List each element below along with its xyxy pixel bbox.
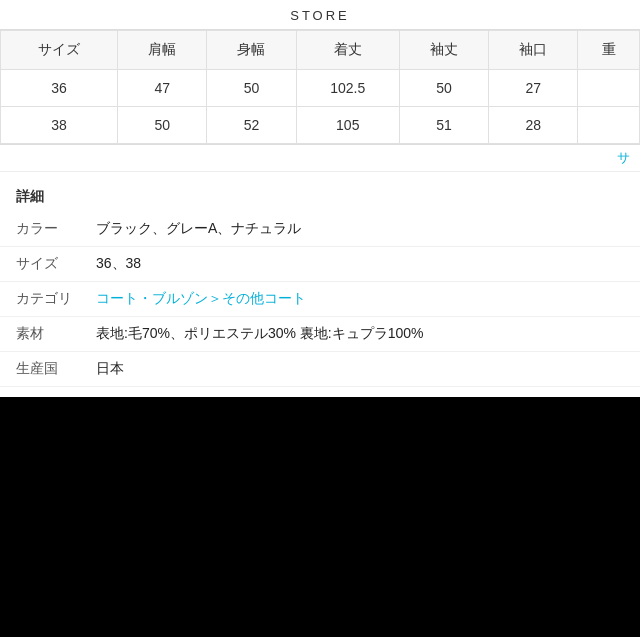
detail-row: 生産国日本 (0, 352, 640, 387)
detail-section-title: 詳細 (0, 182, 640, 212)
size-table-wrapper: サイズ肩幅身幅着丈袖丈袖口重 364750102.550273850521055… (0, 30, 640, 145)
detail-label: サイズ (16, 255, 96, 273)
detail-section: 詳細 カラーブラック、グレーA、ナチュラルサイズ36、38カテゴリコート・ブルゾ… (0, 172, 640, 387)
detail-label: 生産国 (16, 360, 96, 378)
detail-label: 素材 (16, 325, 96, 343)
table-header-cell: 袖丈 (399, 31, 488, 70)
table-cell: 102.5 (296, 70, 399, 107)
table-cell: 36 (1, 70, 118, 107)
table-header-cell: サイズ (1, 31, 118, 70)
table-cell: 50 (207, 70, 296, 107)
table-header-cell: 着丈 (296, 31, 399, 70)
detail-row: 素材表地:毛70%、ポリエステル30% 裏地:キュプラ100% (0, 317, 640, 352)
table-cell: 38 (1, 107, 118, 144)
size-table: サイズ肩幅身幅着丈袖丈袖口重 364750102.550273850521055… (0, 30, 640, 144)
detail-value: 表地:毛70%、ポリエステル30% 裏地:キュプラ100% (96, 325, 624, 343)
size-link[interactable]: サ (617, 150, 630, 165)
table-header-row: サイズ肩幅身幅着丈袖丈袖口重 (1, 31, 640, 70)
table-cell (578, 107, 640, 144)
store-header: STORE (0, 0, 640, 30)
table-cell: 50 (118, 107, 207, 144)
table-cell: 50 (399, 70, 488, 107)
table-cell: 47 (118, 70, 207, 107)
detail-label: カラー (16, 220, 96, 238)
detail-label: カテゴリ (16, 290, 96, 308)
detail-rows: カラーブラック、グレーA、ナチュラルサイズ36、38カテゴリコート・ブルゾン＞そ… (0, 212, 640, 387)
table-header-cell: 身幅 (207, 31, 296, 70)
table-cell: 51 (399, 107, 488, 144)
table-cell: 28 (489, 107, 578, 144)
table-row: 3850521055128 (1, 107, 640, 144)
size-link-row: サ (0, 145, 640, 172)
store-label: STORE (290, 8, 350, 23)
detail-row: カラーブラック、グレーA、ナチュラル (0, 212, 640, 247)
detail-row: カテゴリコート・ブルゾン＞その他コート (0, 282, 640, 317)
table-header-cell: 肩幅 (118, 31, 207, 70)
table-row: 364750102.55027 (1, 70, 640, 107)
table-cell: 27 (489, 70, 578, 107)
black-area (0, 397, 640, 637)
detail-value: 36、38 (96, 255, 624, 273)
table-header-cell: 重 (578, 31, 640, 70)
detail-value: 日本 (96, 360, 624, 378)
detail-value: コート・ブルゾン＞その他コート (96, 290, 624, 308)
table-cell (578, 70, 640, 107)
table-cell: 105 (296, 107, 399, 144)
table-body: 364750102.550273850521055128 (1, 70, 640, 144)
detail-row: サイズ36、38 (0, 247, 640, 282)
table-cell: 52 (207, 107, 296, 144)
detail-link[interactable]: コート・ブルゾン＞その他コート (96, 290, 306, 306)
table-header-cell: 袖口 (489, 31, 578, 70)
detail-value: ブラック、グレーA、ナチュラル (96, 220, 624, 238)
